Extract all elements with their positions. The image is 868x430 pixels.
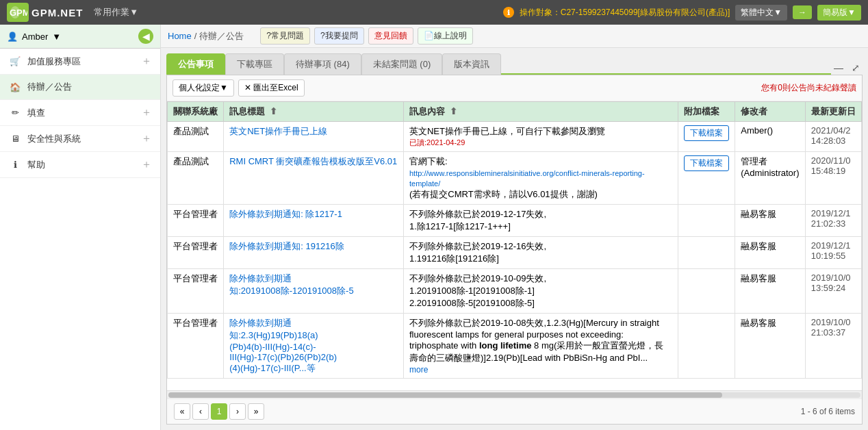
content-main: 英文NET操作手冊已上線，可自行下載參閱及瀏覽 [409, 125, 672, 138]
table-row: 平台管理者 除外條款到期通知: 除1217-1 不列除外條款已於2019-12-… [168, 205, 862, 237]
scroll-thumb[interactable] [168, 392, 722, 398]
cell-modifier: Amber() [735, 122, 806, 152]
easy-mode-button[interactable]: 簡易版▼ [817, 5, 861, 21]
minimize-button[interactable]: — [831, 61, 846, 75]
table-wrapper[interactable]: 關聯系統廠 訊息標題 ⬆ 訊息內容 ⬆ 附加檔案 修改者 最新更新日 產品測試 [167, 101, 862, 390]
content-area: Home / 待辦／公告 ?常見問題 ?我要提問 意見回饋 📄線上說明 公告事項… [161, 25, 868, 430]
lang-button[interactable]: 繁體中文▼ [735, 5, 787, 21]
sidebar-item-help[interactable]: ℹ 幫助 ＋ [0, 152, 160, 178]
ask-button[interactable]: ?我要提問 [314, 27, 364, 45]
export-excel-button[interactable]: ✕ 匯出至Excel [238, 79, 305, 97]
cell-content: 不列除外條款已於2019-10-09失效,1.20191008除-1[20191… [403, 269, 678, 314]
cell-updated: 2019/10/013:59:24 [805, 269, 861, 314]
next-page-button[interactable]: › [229, 403, 246, 420]
feedback-button[interactable]: 意見回饋 [368, 27, 413, 45]
page-1-button[interactable]: 1 [211, 403, 227, 420]
cell-system: 平台管理者 [168, 269, 224, 314]
sidebar-item-inner: 🖥 安全性與系統 [8, 132, 81, 146]
cell-modifier: 融易客服 [735, 269, 806, 314]
sidebar-item-inner: ℹ 幫助 [8, 158, 45, 172]
page-info: 1 - 6 of 6 items [801, 407, 855, 416]
cell-content: 不列除外條款已於2019-10-08失效,1.2.3(Hg)[Mercury i… [403, 314, 678, 379]
last-page-button[interactable]: » [248, 403, 264, 420]
sidebar-item-inner: 🛒 加值服務專區 [8, 55, 81, 68]
logo-text: GPM.NET [31, 7, 83, 18]
sidebar-item-expand[interactable]: ＋ [141, 157, 152, 172]
title-link[interactable]: 除外條款到期通知:20191008除-120191008除-5 [229, 273, 353, 296]
breadcrumb: Home / 待辦／公告 [168, 30, 244, 42]
title-link[interactable]: 除外條款到期通知: 除1217-1 [229, 209, 342, 219]
table-row: 產品測試 英文NET操作手冊已上線 英文NET操作手冊已上線，可自行下載參閱及瀏… [168, 122, 862, 152]
info-icon: ℹ [503, 7, 514, 18]
title-link[interactable]: RMI CMRT 衝突礦產報告模板改版至V6.01 [229, 156, 397, 166]
breadcrumb-current: 待辦／公告 [199, 30, 244, 42]
content-link[interactable]: http://www.responsiblemineralsinitiative… [409, 169, 645, 188]
sidebar-item-label: 幫助 [27, 159, 45, 171]
first-page-button[interactable]: « [174, 403, 190, 420]
cell-updated: 2019/12/110:19:55 [805, 237, 861, 269]
personal-setting-button[interactable]: 個人化設定▼ [173, 79, 234, 97]
logo: GPM GPM.NET [7, 3, 83, 22]
sidebar-user: 👤 Amber ▼ [7, 31, 61, 42]
tab-download[interactable]: 下載專區 [225, 53, 284, 75]
cell-title: 除外條款到期通知:20191008除-120191008除-5 [224, 269, 404, 314]
cell-modifier: 融易客服 [735, 237, 806, 269]
sidebar-item-expand[interactable]: ＋ [141, 105, 152, 120]
pagination: « ‹ 1 › » 1 - 6 of 6 items [167, 399, 862, 424]
breadcrumb-sep: / [194, 31, 197, 41]
col-title[interactable]: 訊息標題 ⬆ [224, 102, 404, 122]
tab-row: 公告事項 下載專區 待辦事項 (84) 未結案問題 (0) 版本資訊 — ⤢ [166, 53, 863, 75]
sidebar-item-value-service[interactable]: 🛒 加值服務專區 ＋ [0, 49, 160, 75]
announcement-table: 關聯系統廠 訊息標題 ⬆ 訊息內容 ⬆ 附加檔案 修改者 最新更新日 產品測試 [167, 101, 862, 379]
cell-attachment [678, 237, 735, 269]
topbar-nav[interactable]: 常用作業▼ [88, 3, 144, 21]
home-icon: 🏠 [8, 80, 22, 94]
more-link[interactable]: more [409, 365, 428, 375]
logo-icon: GPM [7, 3, 29, 22]
breadcrumb-home[interactable]: Home [168, 31, 192, 41]
sub-topbar: Home / 待辦／公告 ?常見問題 ?我要提問 意見回饋 📄線上說明 [161, 25, 868, 48]
cell-updated: 2019/12/121:02:33 [805, 205, 861, 237]
title-link[interactable]: 英文NET操作手冊已上線 [229, 126, 327, 136]
cell-modifier: 融易客服 [735, 205, 806, 237]
help-button[interactable]: 📄線上說明 [418, 27, 473, 45]
maximize-button[interactable]: ⤢ [849, 61, 863, 75]
user-icon: 👤 [7, 31, 18, 42]
edit-icon: ✏ [8, 106, 22, 120]
download-button[interactable]: 下載檔案 [684, 155, 729, 171]
download-button[interactable]: 下載檔案 [684, 125, 729, 141]
page-content: 公告事項 下載專區 待辦事項 (84) 未結案問題 (0) 版本資訊 — ⤢ 個… [161, 48, 868, 430]
operation-label: 操作對象：C27-1599237445099[綠易股份有限公司(產品)] [520, 7, 730, 18]
export-icon-button[interactable]: → [793, 5, 812, 19]
cell-modifier: 管理者(Administrator) [735, 152, 806, 205]
sidebar-item-security[interactable]: 🖥 安全性與系統 ＋ [0, 126, 160, 152]
sidebar-item-label: 待辦／公告 [27, 81, 72, 93]
cell-modifier: 融易客服 [735, 314, 806, 379]
info-icon: ℹ [8, 158, 22, 172]
user-dropdown-icon[interactable]: ▼ [52, 31, 61, 42]
sidebar-item-expand[interactable]: ＋ [141, 54, 152, 68]
tab-controls: — ⤢ [831, 61, 863, 75]
table-container: 個人化設定▼ ✕ 匯出至Excel 您有0則公告尚未紀錄聲讀 關聯系統廠 訊息標… [166, 75, 863, 425]
cell-attachment [678, 269, 735, 314]
cell-system: 產品測試 [168, 152, 224, 205]
sidebar-item-label: 加值服務專區 [27, 55, 81, 68]
sidebar-item-pending[interactable]: 🏠 待辦／公告 [0, 75, 160, 100]
tab-pending[interactable]: 待辦事項 (84) [284, 53, 361, 75]
tab-announcement[interactable]: 公告事項 [166, 53, 225, 75]
cell-title: 除外條款到期通知: 191216除 [224, 237, 404, 269]
sidebar-item-expand[interactable]: ＋ [141, 131, 152, 146]
topbar: GPM GPM.NET 常用作業▼ ℹ 操作對象：C27-15992374450… [0, 0, 868, 25]
sidebar-item-fill[interactable]: ✏ 填查 ＋ [0, 100, 160, 126]
prev-page-button[interactable]: ‹ [192, 403, 209, 420]
cell-content: 英文NET操作手冊已上線，可自行下載參閱及瀏覽 已讀:2021-04-29 [403, 122, 678, 152]
topbar-right: ℹ 操作對象：C27-1599237445099[綠易股份有限公司(產品)] 繁… [503, 5, 861, 21]
sidebar-toggle-button[interactable]: ◀ [138, 29, 153, 44]
title-link[interactable]: 除外條款到期通知: 191216除 [229, 241, 344, 251]
title-link[interactable]: 除外條款到期通知:2.3(Hg)19(Pb)18(a)(Pb)4(b)-III(… [229, 318, 337, 373]
faq-button[interactable]: ?常見問題 [260, 27, 310, 45]
tab-unsolved[interactable]: 未結案問題 (0) [361, 53, 443, 75]
tab-version[interactable]: 版本資訊 [442, 53, 501, 75]
col-content[interactable]: 訊息內容 ⬆ [403, 102, 678, 122]
horizontal-scrollbar[interactable] [167, 390, 862, 399]
